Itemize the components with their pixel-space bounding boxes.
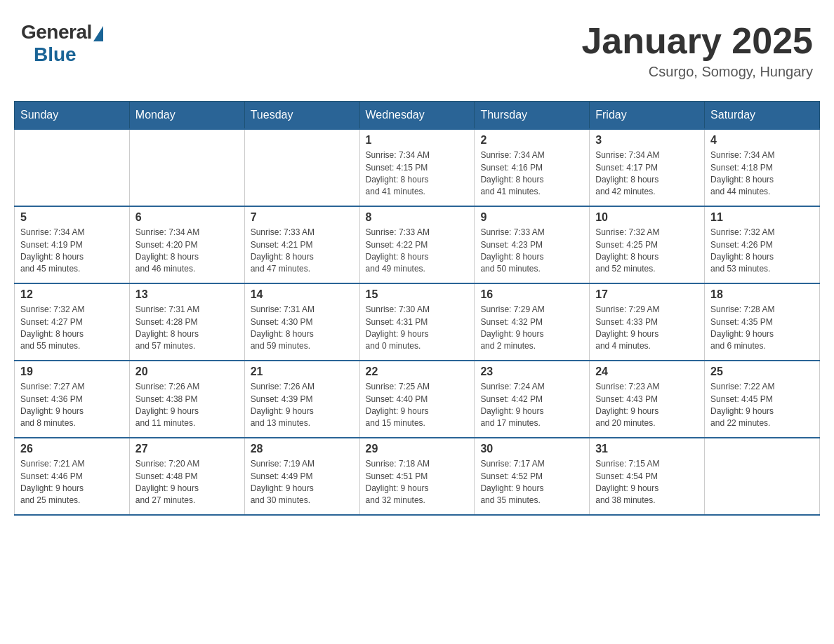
weekday-header-tuesday: Tuesday [244, 102, 359, 130]
weekday-header-row: SundayMondayTuesdayWednesdayThursdayFrid… [15, 102, 820, 130]
calendar-cell: 26Sunrise: 7:21 AM Sunset: 4:46 PM Dayli… [15, 438, 130, 515]
day-info: Sunrise: 7:34 AM Sunset: 4:15 PM Dayligh… [366, 149, 469, 199]
day-info: Sunrise: 7:26 AM Sunset: 4:39 PM Dayligh… [251, 381, 354, 430]
day-number: 20 [135, 365, 239, 378]
calendar-cell: 18Sunrise: 7:28 AM Sunset: 4:35 PM Dayli… [705, 283, 820, 361]
calendar-cell: 22Sunrise: 7:25 AM Sunset: 4:40 PM Dayli… [359, 361, 475, 438]
day-number: 9 [480, 211, 583, 224]
day-number: 8 [366, 211, 469, 224]
day-info: Sunrise: 7:29 AM Sunset: 4:32 PM Dayligh… [480, 304, 583, 353]
day-info: Sunrise: 7:23 AM Sunset: 4:43 PM Dayligh… [595, 381, 699, 430]
day-number: 6 [135, 211, 239, 224]
logo-triangle-icon [93, 26, 103, 41]
calendar-cell: 14Sunrise: 7:31 AM Sunset: 4:30 PM Dayli… [244, 283, 359, 361]
calendar-week-row: 19Sunrise: 7:27 AM Sunset: 4:36 PM Dayli… [15, 361, 820, 438]
day-number: 16 [480, 288, 583, 301]
calendar-cell: 1Sunrise: 7:34 AM Sunset: 4:15 PM Daylig… [359, 129, 475, 206]
calendar-cell: 8Sunrise: 7:33 AM Sunset: 4:22 PM Daylig… [359, 206, 475, 283]
day-info: Sunrise: 7:34 AM Sunset: 4:20 PM Dayligh… [135, 227, 239, 276]
day-info: Sunrise: 7:25 AM Sunset: 4:40 PM Dayligh… [366, 381, 469, 430]
day-number: 21 [251, 365, 354, 378]
day-info: Sunrise: 7:30 AM Sunset: 4:31 PM Dayligh… [366, 304, 469, 353]
calendar-cell [15, 129, 130, 206]
calendar-body: 1Sunrise: 7:34 AM Sunset: 4:15 PM Daylig… [15, 129, 820, 515]
day-number: 29 [366, 443, 469, 455]
day-info: Sunrise: 7:34 AM Sunset: 4:19 PM Dayligh… [20, 227, 124, 276]
calendar-cell: 28Sunrise: 7:19 AM Sunset: 4:49 PM Dayli… [244, 438, 359, 515]
calendar-cell: 2Sunrise: 7:34 AM Sunset: 4:16 PM Daylig… [475, 129, 590, 206]
calendar-cell: 16Sunrise: 7:29 AM Sunset: 4:32 PM Dayli… [475, 283, 590, 361]
calendar-cell: 5Sunrise: 7:34 AM Sunset: 4:19 PM Daylig… [15, 206, 130, 283]
day-info: Sunrise: 7:29 AM Sunset: 4:33 PM Dayligh… [595, 304, 699, 353]
weekday-header-sunday: Sunday [15, 102, 130, 130]
day-number: 5 [20, 211, 124, 224]
weekday-header-thursday: Thursday [475, 102, 590, 130]
calendar-week-row: 26Sunrise: 7:21 AM Sunset: 4:46 PM Dayli… [15, 438, 820, 515]
page-header: General Blue January 2025 Csurgo, Somogy… [14, 14, 820, 87]
day-number: 30 [480, 443, 583, 455]
calendar-cell: 30Sunrise: 7:17 AM Sunset: 4:52 PM Dayli… [475, 438, 590, 515]
calendar-cell: 3Sunrise: 7:34 AM Sunset: 4:17 PM Daylig… [590, 129, 705, 206]
day-info: Sunrise: 7:32 AM Sunset: 4:27 PM Dayligh… [20, 304, 124, 353]
day-number: 25 [710, 365, 814, 378]
calendar-week-row: 5Sunrise: 7:34 AM Sunset: 4:19 PM Daylig… [15, 206, 820, 283]
day-number: 26 [20, 443, 124, 455]
calendar-cell: 27Sunrise: 7:20 AM Sunset: 4:48 PM Dayli… [129, 438, 244, 515]
calendar-cell [244, 129, 359, 206]
calendar-cell: 4Sunrise: 7:34 AM Sunset: 4:18 PM Daylig… [705, 129, 820, 206]
day-number: 28 [251, 443, 354, 455]
day-number: 13 [135, 288, 239, 301]
day-info: Sunrise: 7:26 AM Sunset: 4:38 PM Dayligh… [135, 381, 239, 430]
calendar-cell: 20Sunrise: 7:26 AM Sunset: 4:38 PM Dayli… [129, 361, 244, 438]
calendar-week-row: 12Sunrise: 7:32 AM Sunset: 4:27 PM Dayli… [15, 283, 820, 361]
day-number: 2 [480, 134, 583, 147]
day-info: Sunrise: 7:33 AM Sunset: 4:23 PM Dayligh… [480, 227, 583, 276]
day-number: 12 [20, 288, 124, 301]
title-section: January 2025 Csurgo, Somogy, Hungary [581, 21, 813, 80]
day-number: 15 [366, 288, 469, 301]
day-info: Sunrise: 7:22 AM Sunset: 4:45 PM Dayligh… [710, 381, 814, 430]
day-number: 18 [710, 288, 814, 301]
day-info: Sunrise: 7:20 AM Sunset: 4:48 PM Dayligh… [135, 458, 239, 507]
calendar-cell: 31Sunrise: 7:15 AM Sunset: 4:54 PM Dayli… [590, 438, 705, 515]
calendar-cell: 13Sunrise: 7:31 AM Sunset: 4:28 PM Dayli… [129, 283, 244, 361]
day-info: Sunrise: 7:19 AM Sunset: 4:49 PM Dayligh… [251, 458, 354, 507]
calendar-cell: 29Sunrise: 7:18 AM Sunset: 4:51 PM Dayli… [359, 438, 475, 515]
location-text: Csurgo, Somogy, Hungary [581, 64, 813, 80]
calendar-cell: 17Sunrise: 7:29 AM Sunset: 4:33 PM Dayli… [590, 283, 705, 361]
day-info: Sunrise: 7:32 AM Sunset: 4:25 PM Dayligh… [595, 227, 699, 276]
day-number: 19 [20, 365, 124, 378]
day-info: Sunrise: 7:18 AM Sunset: 4:51 PM Dayligh… [366, 458, 469, 507]
day-number: 14 [251, 288, 354, 301]
day-info: Sunrise: 7:21 AM Sunset: 4:46 PM Dayligh… [20, 458, 124, 507]
calendar-cell: 15Sunrise: 7:30 AM Sunset: 4:31 PM Dayli… [359, 283, 475, 361]
day-number: 22 [366, 365, 469, 378]
calendar-table: SundayMondayTuesdayWednesdayThursdayFrid… [14, 101, 820, 516]
calendar-cell: 7Sunrise: 7:33 AM Sunset: 4:21 PM Daylig… [244, 206, 359, 283]
day-number: 7 [251, 211, 354, 224]
day-number: 31 [595, 443, 699, 455]
calendar-cell: 24Sunrise: 7:23 AM Sunset: 4:43 PM Dayli… [590, 361, 705, 438]
logo: General Blue [21, 21, 103, 66]
day-info: Sunrise: 7:33 AM Sunset: 4:21 PM Dayligh… [251, 227, 354, 276]
calendar-cell: 19Sunrise: 7:27 AM Sunset: 4:36 PM Dayli… [15, 361, 130, 438]
day-info: Sunrise: 7:15 AM Sunset: 4:54 PM Dayligh… [595, 458, 699, 507]
day-info: Sunrise: 7:28 AM Sunset: 4:35 PM Dayligh… [710, 304, 814, 353]
day-info: Sunrise: 7:31 AM Sunset: 4:30 PM Dayligh… [251, 304, 354, 353]
day-info: Sunrise: 7:33 AM Sunset: 4:22 PM Dayligh… [366, 227, 469, 276]
calendar-cell [705, 438, 820, 515]
weekday-header-friday: Friday [590, 102, 705, 130]
month-title: January 2025 [581, 21, 813, 61]
day-number: 17 [595, 288, 699, 301]
logo-general-text: General [21, 21, 92, 43]
day-number: 10 [595, 211, 699, 224]
weekday-header-saturday: Saturday [705, 102, 820, 130]
calendar-cell: 11Sunrise: 7:32 AM Sunset: 4:26 PM Dayli… [705, 206, 820, 283]
calendar-cell: 12Sunrise: 7:32 AM Sunset: 4:27 PM Dayli… [15, 283, 130, 361]
calendar-cell: 10Sunrise: 7:32 AM Sunset: 4:25 PM Dayli… [590, 206, 705, 283]
day-number: 27 [135, 443, 239, 455]
day-number: 3 [595, 134, 699, 147]
day-info: Sunrise: 7:24 AM Sunset: 4:42 PM Dayligh… [480, 381, 583, 430]
day-info: Sunrise: 7:32 AM Sunset: 4:26 PM Dayligh… [710, 227, 814, 276]
calendar-cell [129, 129, 244, 206]
